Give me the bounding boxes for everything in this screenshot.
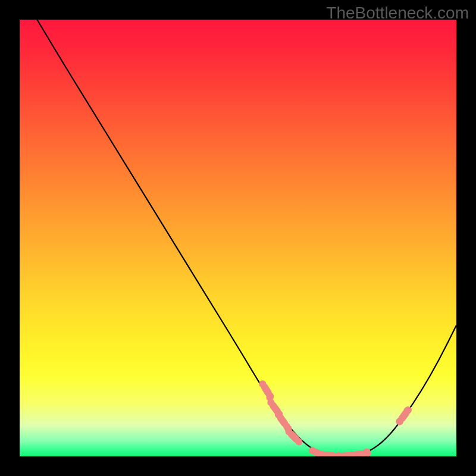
chart-plot-area <box>20 20 456 456</box>
marker-pill-cap <box>267 399 274 406</box>
watermark-text: TheBottleneck.com <box>326 4 469 23</box>
marker-dot <box>363 448 370 455</box>
marker-pill-cap <box>295 438 302 445</box>
data-markers <box>259 380 412 456</box>
marker-dot <box>404 407 411 414</box>
marker-pill-cap <box>396 418 403 425</box>
curve-line <box>37 20 456 456</box>
marker-pill-cap <box>309 447 316 454</box>
marker-pill-cap <box>259 380 266 387</box>
marker-pill-cap <box>275 411 282 418</box>
marker-pill-cap <box>285 428 292 435</box>
chart-svg <box>20 20 456 456</box>
